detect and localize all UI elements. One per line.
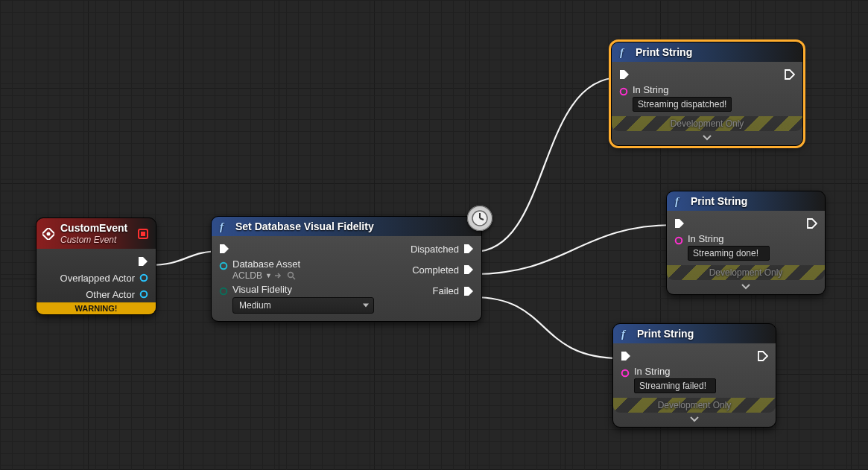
node-title: Print String xyxy=(636,46,692,58)
node-print-string-3[interactable]: f Print String In String Streaming faile… xyxy=(612,323,776,428)
data-pin-string[interactable] xyxy=(674,236,683,245)
pin-label-instring: In String xyxy=(634,366,716,377)
clock-icon xyxy=(471,209,489,227)
svg-point-5 xyxy=(141,291,148,298)
node-header[interactable]: f Set Database Visual Fidelity xyxy=(212,217,481,236)
warning-strip: WARNING! xyxy=(37,302,156,314)
exec-out-failed[interactable] xyxy=(463,286,474,296)
data-pin-object[interactable] xyxy=(219,261,228,270)
instring-input[interactable]: Streaming done! xyxy=(688,246,770,261)
latent-badge xyxy=(467,206,492,231)
use-selected-icon[interactable] xyxy=(275,272,284,279)
pin-label-instring: In String xyxy=(633,84,732,95)
svg-point-17 xyxy=(676,238,682,244)
pin-label-other: Other Actor xyxy=(86,289,135,300)
function-icon: f xyxy=(218,220,229,232)
pin-label-failed: Failed xyxy=(433,285,459,296)
node-body: In String Streaming done! Development On… xyxy=(667,211,825,294)
pin-label-dispatched: Dispatched xyxy=(411,244,459,255)
data-pin-actor[interactable] xyxy=(139,290,148,299)
node-title: Print String xyxy=(637,328,694,340)
node-body: Dispatched Database Asset ACLDB ▼ xyxy=(212,236,481,321)
custom-event-icon xyxy=(42,228,54,240)
exec-in-pin[interactable] xyxy=(619,69,630,80)
data-pin-enum[interactable] xyxy=(219,287,228,296)
expand-chevron-icon[interactable] xyxy=(741,284,750,290)
svg-text:f: f xyxy=(621,328,627,340)
pin-label-instring: In String xyxy=(688,233,770,244)
node-header[interactable]: f Print String xyxy=(612,42,802,62)
expand-chevron-icon[interactable] xyxy=(690,416,699,422)
exec-out-pin[interactable] xyxy=(138,256,148,267)
node-header[interactable]: f Print String xyxy=(667,191,825,211)
exec-in-pin[interactable] xyxy=(674,218,685,229)
svg-point-1 xyxy=(47,232,51,235)
function-icon: f xyxy=(619,328,631,340)
exec-out-completed[interactable] xyxy=(463,264,474,275)
node-print-string-2[interactable]: f Print String In String Streaming done!… xyxy=(666,191,826,295)
browse-icon[interactable] xyxy=(287,271,296,280)
data-pin-actor[interactable] xyxy=(139,273,148,282)
pin-label-db-asset: Database Asset xyxy=(232,258,300,270)
exec-out-pin[interactable] xyxy=(807,218,817,229)
exec-out-pin[interactable] xyxy=(758,351,768,361)
node-print-string-1[interactable]: f Print String In String Streaming dispa… xyxy=(611,42,803,146)
instring-input[interactable]: Streaming failed! xyxy=(634,378,716,393)
dev-only-strip: Development Only xyxy=(612,116,802,131)
fidelity-dropdown[interactable]: Medium xyxy=(232,297,374,314)
data-pin-string[interactable] xyxy=(619,87,628,96)
node-body: In String Streaming failed! Development … xyxy=(613,343,776,427)
dropdown-value: Medium xyxy=(239,300,271,311)
expand-chevron-icon[interactable] xyxy=(703,135,712,141)
dropdown-caret-icon[interactable]: ▼ xyxy=(265,272,272,279)
svg-text:f: f xyxy=(220,220,225,232)
node-custom-event[interactable]: CustomEvent Custom Event Overlapped Acto… xyxy=(36,217,156,315)
svg-line-12 xyxy=(293,277,295,279)
svg-point-11 xyxy=(288,273,294,278)
node-title: Set Database Visual Fidelity xyxy=(235,220,374,232)
dev-only-strip: Development Only xyxy=(613,398,776,413)
exec-in-pin[interactable] xyxy=(219,244,229,254)
svg-point-10 xyxy=(221,263,227,270)
svg-rect-3 xyxy=(141,232,145,236)
asset-value: ACLDB xyxy=(232,270,262,281)
node-header[interactable]: CustomEvent Custom Event xyxy=(37,218,156,249)
function-icon: f xyxy=(673,195,685,207)
pin-label-fidelity: Visual Fidelity xyxy=(232,284,374,295)
svg-point-13 xyxy=(221,288,227,295)
data-pin-string[interactable] xyxy=(621,369,630,378)
function-icon: f xyxy=(618,46,630,58)
svg-text:f: f xyxy=(675,195,680,207)
pin-label-completed: Completed xyxy=(412,264,459,276)
exec-out-dispatched[interactable] xyxy=(463,244,474,254)
delegate-pin[interactable] xyxy=(138,229,148,239)
node-set-fidelity[interactable]: f Set Database Visual Fidelity Dispatche… xyxy=(211,216,482,322)
dev-only-strip: Development Only xyxy=(667,265,825,280)
svg-text:f: f xyxy=(620,46,625,58)
svg-point-19 xyxy=(622,370,629,377)
node-title: Print String xyxy=(691,195,747,207)
svg-point-15 xyxy=(621,89,627,95)
pin-label-overlapped: Overlapped Actor xyxy=(60,273,135,284)
instring-input[interactable]: Streaming dispatched! xyxy=(633,97,732,112)
node-subtitle: Custom Event xyxy=(60,235,132,245)
node-title: CustomEvent xyxy=(60,222,132,234)
node-body: In String Streaming dispatched! Developm… xyxy=(612,62,802,145)
svg-point-4 xyxy=(141,275,148,282)
exec-in-pin[interactable] xyxy=(621,351,631,361)
exec-out-pin[interactable] xyxy=(785,69,795,80)
node-header[interactable]: f Print String xyxy=(613,324,776,343)
node-body: Overlapped Actor Other Actor WARNING! xyxy=(37,249,156,314)
